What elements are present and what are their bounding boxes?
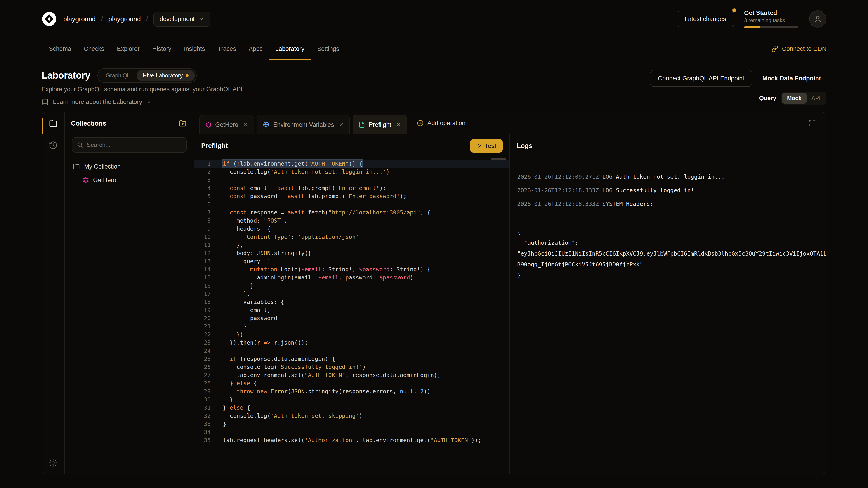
endpoint-option-api[interactable]: API	[807, 93, 826, 104]
mode-option-graphiql[interactable]: GraphiQL	[99, 70, 136, 81]
code-line-15[interactable]: 15 adminLogin(email: $email, password: $…	[194, 273, 509, 282]
nav-item-explorer[interactable]: Explorer	[111, 38, 146, 60]
line-number: 14	[194, 265, 211, 273]
code-line-8[interactable]: 8 method: "POST",	[194, 217, 509, 225]
hive-logo[interactable]	[41, 11, 57, 27]
code-line-24[interactable]: 24	[194, 347, 509, 355]
nav-item-history[interactable]: History	[146, 38, 178, 60]
gear-icon	[49, 458, 58, 467]
code-line-30[interactable]: 30 }	[194, 396, 509, 404]
tab-close-icon[interactable]	[243, 122, 248, 127]
mock-data-endpoint-button[interactable]: Mock Data Endpoint	[757, 70, 827, 87]
collection-operation-gethero[interactable]: GetHero	[79, 173, 189, 187]
line-number: 22	[194, 330, 211, 339]
code-line-1[interactable]: 1if (!lab.environment.get("AUTH_TOKEN"))…	[194, 160, 509, 168]
code-line-7[interactable]: 7 const response = await fetch("http://l…	[194, 208, 509, 217]
target-selector[interactable]: development	[153, 11, 211, 27]
logs-output[interactable]: 2026-01-26T12:12:09.271Z LOG Auth token …	[510, 157, 826, 474]
collections-search	[72, 137, 187, 153]
nav-item-laboratory[interactable]: Laboratory	[269, 38, 311, 60]
history-icon	[49, 141, 58, 150]
nav-item-settings[interactable]: Settings	[311, 38, 346, 60]
line-number: 24	[194, 347, 211, 355]
log-entries: 2026-01-26T12:12:09.271Z LOG Auth token …	[517, 173, 819, 208]
line-number: 3	[194, 176, 211, 184]
code-line-5[interactable]: 5 const password = await lab.prompt('Ent…	[194, 192, 509, 200]
code-line-27[interactable]: 27 lab.environment.set("AUTH_TOKEN", res…	[194, 371, 509, 379]
settings-sidebar-button[interactable]	[49, 458, 58, 467]
code-line-10[interactable]: 10 'Content-Type': 'application/json'	[194, 233, 509, 241]
code-line-6[interactable]: 6	[194, 200, 509, 208]
code-line-20[interactable]: 20 password	[194, 314, 509, 322]
code-line-22[interactable]: 22 })	[194, 330, 509, 339]
fullscreen-button[interactable]	[806, 117, 819, 130]
code-line-11[interactable]: 11 },	[194, 241, 509, 249]
code-line-13[interactable]: 13 query: `	[194, 257, 509, 265]
code-line-12[interactable]: 12 body: JSON.stringify({	[194, 249, 509, 257]
code-line-9[interactable]: 9 headers: {	[194, 225, 509, 233]
nav-item-insights[interactable]: Insights	[178, 38, 211, 60]
code-line-26[interactable]: 26 console.log('Successfully logged in!'…	[194, 363, 509, 371]
editor-scrollbar[interactable]	[491, 158, 506, 160]
code-line-33[interactable]: 33}	[194, 420, 509, 428]
sidebar-icon-strip	[42, 112, 65, 474]
code-line-17[interactable]: 17 `,	[194, 290, 509, 298]
tab-close-icon[interactable]	[396, 122, 401, 127]
collection-folder[interactable]: My Collection	[69, 160, 189, 173]
tab-environment-variables[interactable]: Environment Variables	[257, 115, 350, 134]
code-line-16[interactable]: 16 }	[194, 282, 509, 290]
breadcrumb-org[interactable]: playground	[63, 15, 96, 23]
mode-option-hive-laboratory[interactable]: Hive Laboratory	[136, 70, 195, 81]
code-line-text: }	[223, 420, 226, 428]
add-operation-button[interactable]: Add operation	[411, 112, 471, 134]
tab-close-icon[interactable]	[339, 122, 344, 127]
connect-endpoint-button[interactable]: Connect GraphQL API Endpoint	[650, 70, 752, 87]
code-line-34[interactable]: 34	[194, 428, 509, 436]
nav-item-schema[interactable]: Schema	[42, 38, 78, 60]
tab-gethero[interactable]: GetHero	[199, 115, 254, 134]
endpoint-option-mock[interactable]: Mock	[782, 93, 807, 104]
breadcrumb-project[interactable]: playground	[108, 15, 141, 23]
get-started-widget[interactable]: Get Started 3 remaining tasks	[744, 9, 799, 29]
code-line-2[interactable]: 2 console.log('Auth token not set, loggi…	[194, 168, 509, 176]
code-line-19[interactable]: 19 email,	[194, 306, 509, 314]
code-line-21[interactable]: 21 }	[194, 322, 509, 330]
latest-changes-button[interactable]: Latest changes	[677, 11, 734, 27]
code-line-23[interactable]: 23 }).then(r => r.json());	[194, 339, 509, 347]
main-nav: SchemaChecksExplorerHistoryInsightsTrace…	[0, 38, 868, 60]
folder-plus-icon	[179, 119, 187, 127]
nav-item-traces[interactable]: Traces	[211, 38, 243, 60]
collections-sidebar-button[interactable]	[49, 119, 58, 128]
line-number: 4	[194, 184, 211, 192]
code-line-18[interactable]: 18 variables: {	[194, 298, 509, 306]
new-collection-button[interactable]	[179, 119, 187, 127]
folder-icon	[73, 163, 80, 170]
nav-item-apps[interactable]: Apps	[242, 38, 269, 60]
code-line-text: variables: {	[223, 298, 284, 306]
search-input[interactable]	[87, 141, 182, 149]
tab-preflight[interactable]: Preflight	[352, 115, 407, 134]
history-sidebar-button[interactable]	[49, 141, 58, 150]
code-line-14[interactable]: 14 mutation Login($email: String!, $pass…	[194, 265, 509, 273]
breadcrumb: playground / playground / development	[63, 11, 211, 27]
nav-item-checks[interactable]: Checks	[78, 38, 111, 60]
connect-cdn-link[interactable]: Connect to CDN	[772, 38, 827, 60]
code-line-29[interactable]: 29 throw new Error(JSON.stringify(respon…	[194, 387, 509, 396]
collection-operation-label: GetHero	[93, 177, 116, 184]
code-editor[interactable]: 1if (!lab.environment.get("AUTH_TOKEN"))…	[194, 157, 509, 474]
code-line-text: console.log('Auth token set, skipping')	[223, 412, 362, 420]
code-line-28[interactable]: 28 } else {	[194, 379, 509, 387]
code-line-35[interactable]: 35lab.request.headers.set('Authorization…	[194, 436, 509, 445]
code-line-25[interactable]: 25 if (response.data.adminLogin) {	[194, 355, 509, 363]
code-line-32[interactable]: 32 console.log('Auth token set, skipping…	[194, 412, 509, 420]
avatar-button[interactable]	[809, 10, 827, 28]
code-line-31[interactable]: 31} else {	[194, 404, 509, 412]
code-line-text: throw new Error(JSON.stringify(response.…	[223, 387, 430, 396]
expand-icon	[808, 119, 816, 127]
code-line-text: mutation Login($email: String!, $passwor…	[223, 265, 430, 273]
learn-more-link[interactable]: Learn more about the Laboratory	[41, 98, 244, 105]
code-line-3[interactable]: 3	[194, 176, 509, 184]
test-button[interactable]: Test	[470, 139, 503, 153]
log-entry: 2026-01-26T12:12:09.271Z LOG Auth token …	[517, 173, 819, 181]
code-line-4[interactable]: 4 const email = await lab.prompt('Enter …	[194, 184, 509, 192]
